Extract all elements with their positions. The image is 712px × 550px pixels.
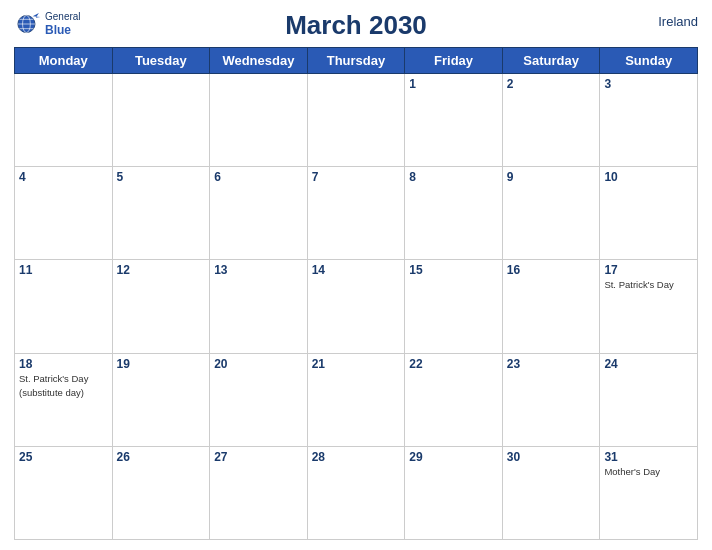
day-number: 10 [604, 170, 693, 184]
calendar-cell [307, 74, 405, 167]
weekday-header: Monday [15, 48, 113, 74]
day-number: 29 [409, 450, 498, 464]
day-number: 12 [117, 263, 206, 277]
day-number: 11 [19, 263, 108, 277]
day-number: 1 [409, 77, 498, 91]
logo-general: General [45, 11, 81, 23]
calendar-cell: 22 [405, 353, 503, 446]
event-label: (substitute day) [19, 387, 108, 399]
calendar-cell: 3 [600, 74, 698, 167]
day-number: 21 [312, 357, 401, 371]
calendar-cell: 15 [405, 260, 503, 353]
header-row: General Blue March 2030 Ireland [14, 10, 698, 41]
day-number: 18 [19, 357, 108, 371]
calendar-cell: 21 [307, 353, 405, 446]
calendar-cell: 9 [502, 167, 600, 260]
calendar-cell: 18St. Patrick's Day(substitute day) [15, 353, 113, 446]
day-number: 6 [214, 170, 303, 184]
calendar-cell [112, 74, 210, 167]
calendar-cell: 19 [112, 353, 210, 446]
calendar-cell: 24 [600, 353, 698, 446]
calendar-week-row: 25262728293031Mother's Day [15, 446, 698, 539]
weekday-header: Saturday [502, 48, 600, 74]
day-number: 14 [312, 263, 401, 277]
event-label: St. Patrick's Day [604, 279, 693, 291]
day-number: 27 [214, 450, 303, 464]
calendar-cell: 25 [15, 446, 113, 539]
calendar-cell: 5 [112, 167, 210, 260]
calendar-cell: 4 [15, 167, 113, 260]
calendar-wrapper: General Blue March 2030 Ireland MondayTu… [0, 0, 712, 550]
day-number: 15 [409, 263, 498, 277]
day-number: 3 [604, 77, 693, 91]
calendar-cell [210, 74, 308, 167]
day-number: 24 [604, 357, 693, 371]
calendar-cell: 13 [210, 260, 308, 353]
calendar-cell: 10 [600, 167, 698, 260]
day-number: 30 [507, 450, 596, 464]
logo-blue: Blue [45, 23, 81, 37]
calendar-cell: 1 [405, 74, 503, 167]
day-number: 31 [604, 450, 693, 464]
event-label: St. Patrick's Day [19, 373, 108, 385]
weekday-header: Sunday [600, 48, 698, 74]
weekday-header: Wednesday [210, 48, 308, 74]
weekday-header: Friday [405, 48, 503, 74]
calendar-cell [15, 74, 113, 167]
logo-icon [14, 10, 42, 38]
calendar-cell: 2 [502, 74, 600, 167]
weekday-header: Thursday [307, 48, 405, 74]
day-number: 20 [214, 357, 303, 371]
day-number: 5 [117, 170, 206, 184]
calendar-cell: 31Mother's Day [600, 446, 698, 539]
calendar-cell: 6 [210, 167, 308, 260]
calendar-cell: 12 [112, 260, 210, 353]
calendar-cell: 29 [405, 446, 503, 539]
calendar-cell: 27 [210, 446, 308, 539]
day-number: 7 [312, 170, 401, 184]
logo: General Blue [14, 10, 81, 38]
day-number: 2 [507, 77, 596, 91]
calendar-title: March 2030 [285, 10, 427, 41]
weekday-header: Tuesday [112, 48, 210, 74]
calendar-week-row: 18St. Patrick's Day(substitute day)19202… [15, 353, 698, 446]
weekday-header-row: MondayTuesdayWednesdayThursdayFridaySatu… [15, 48, 698, 74]
calendar-cell: 30 [502, 446, 600, 539]
calendar-cell: 14 [307, 260, 405, 353]
day-number: 13 [214, 263, 303, 277]
day-number: 17 [604, 263, 693, 277]
day-number: 28 [312, 450, 401, 464]
day-number: 23 [507, 357, 596, 371]
day-number: 4 [19, 170, 108, 184]
calendar-cell: 8 [405, 167, 503, 260]
calendar-table: MondayTuesdayWednesdayThursdayFridaySatu… [14, 47, 698, 540]
calendar-cell: 17St. Patrick's Day [600, 260, 698, 353]
calendar-week-row: 11121314151617St. Patrick's Day [15, 260, 698, 353]
calendar-week-row: 45678910 [15, 167, 698, 260]
logo-text: General Blue [45, 11, 81, 37]
calendar-cell: 20 [210, 353, 308, 446]
calendar-cell: 11 [15, 260, 113, 353]
day-number: 9 [507, 170, 596, 184]
day-number: 16 [507, 263, 596, 277]
calendar-cell: 23 [502, 353, 600, 446]
calendar-cell: 26 [112, 446, 210, 539]
day-number: 25 [19, 450, 108, 464]
calendar-cell: 28 [307, 446, 405, 539]
country-label: Ireland [658, 14, 698, 29]
calendar-week-row: 123 [15, 74, 698, 167]
day-number: 22 [409, 357, 498, 371]
day-number: 8 [409, 170, 498, 184]
day-number: 19 [117, 357, 206, 371]
event-label: Mother's Day [604, 466, 693, 478]
day-number: 26 [117, 450, 206, 464]
calendar-cell: 16 [502, 260, 600, 353]
calendar-cell: 7 [307, 167, 405, 260]
